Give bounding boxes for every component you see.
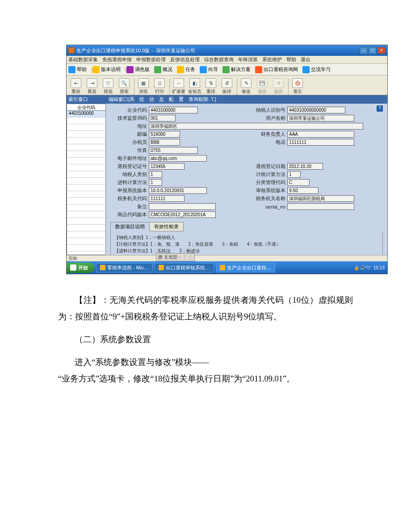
refund-reg-no-field[interactable] [149,163,185,170]
tech-bureau-field[interactable] [149,115,176,121]
remark-field[interactable] [149,203,216,210]
label: 商品代码版本 [110,211,149,218]
product-code-ver-field[interactable] [149,211,216,218]
finance-person-field[interactable] [287,131,354,138]
start-button[interactable]: 开始 [67,263,94,273]
word-icon [100,265,105,270]
expand-button[interactable]: ↔扩展窗 [171,78,186,95]
maximize-button[interactable]: □ [369,47,377,54]
tax-clerk-field[interactable] [149,139,180,146]
exit-button[interactable]: ⏻退出 [290,78,305,95]
phone-field[interactable] [287,139,354,146]
label: 邮编 [110,131,149,138]
serial-no-field[interactable] [287,203,354,210]
toolbar-version-button[interactable]: 版本说明 [92,66,121,73]
help-icon[interactable]: ? [377,105,383,112]
browse-button[interactable]: ▦浏览 [136,78,151,95]
menu-item[interactable]: 综合数据查询 [204,56,234,63]
edit-button[interactable]: ✎修改 [239,78,254,95]
menu-item[interactable]: 反馈信息处理 [170,56,200,63]
tab-data-desc[interactable]: 数据项目说明 [110,222,150,231]
note-paragraph: 【注】：无海关代码的零税率应税服务提供者海关代码（10位）虚拟规则为：按照首位“… [58,292,353,325]
overview-icon [154,66,161,73]
save-button[interactable]: 💾保存 [255,78,270,95]
menu-item[interactable]: 基础数据采集 [68,56,98,63]
taskbar-item[interactable]: 零税率流程 - Mic… [96,263,153,272]
toolbar-palette-button[interactable]: 调色版 [126,66,150,73]
sidebar-row-selected[interactable]: 4403100000 [67,111,106,117]
search-button[interactable]: 🔍搜索 [117,78,132,95]
tray-icon[interactable]: 🛡 [366,265,371,270]
search-icon: 🔍 [119,78,130,88]
toolbar-task-button[interactable]: 任务 [177,66,195,73]
allstate-button[interactable]: ◧全状态 [187,78,202,95]
first-button[interactable]: ⇤最前 [68,78,84,95]
label: 申报系统版本 [110,187,149,194]
taskbar-item[interactable]: 出口退税审核系统… [155,263,214,272]
address-field[interactable] [149,123,363,130]
browse-icon: ▦ [138,78,149,88]
system-tray[interactable]: 🔒 🔊 🛡 15:13 [350,265,387,270]
minimize-button[interactable]: – [360,47,368,54]
label: 退税登记日期 [185,163,287,170]
sidebar-header: 索引窗口 [67,95,106,104]
body-paragraph: “业务方式”选项卡，修改“18位报关单执行日期”为“2011.09.01”。 [58,371,353,387]
solution-icon [222,66,230,73]
enterprise-code-field[interactable] [149,107,198,113]
menu-item[interactable]: 免抵退税申报 [102,56,132,63]
calc-method-field[interactable] [287,171,301,178]
label: 纳税人类别 [110,171,149,178]
toolbar-net-button[interactable]: 出口退税咨询网 [255,66,298,73]
document-body: 【注】：无海关代码的零税率应税服务提供者海关代码（10位）虚拟规则为：按照首位“… [58,292,353,387]
declare-ver-field[interactable] [149,187,207,194]
label: 税务机关代码 [110,195,149,202]
class-code-field[interactable] [287,179,310,186]
filter-icon: ▽ [103,78,113,88]
menu-item[interactable]: 系统维护 [262,56,282,63]
audit-ver-field[interactable] [287,187,319,194]
taskbar-item[interactable]: 生产企业出口退税… [216,263,275,272]
toolbar-overview-button[interactable]: 概况 [154,66,172,73]
status-bar: 完毕 [67,255,387,261]
tax-org-name-field[interactable] [287,195,354,202]
close-button[interactable]: × [377,47,386,54]
print-button[interactable]: ⎙打印 [152,78,167,95]
toolbar-learn-button[interactable]: 交流学习 [302,66,331,73]
window-title: 生产企业出口退税申报系统10.0版 -- 深圳市某运输公司 [76,47,195,54]
discard-button[interactable]: ↺放弃 [271,78,286,95]
refund-reg-date-field[interactable] [287,163,323,170]
menu-item[interactable]: 帮助 [286,56,296,63]
app-icon [159,265,164,270]
label: 财务负责人 [180,131,287,138]
user-name-field[interactable] [287,115,354,121]
note-line: 【计税计算方法】1：免、抵、退 2：先征后退 3：免税 4：免抵（不退） [114,241,379,247]
toolbar-guide-button[interactable]: 向导 [200,66,218,73]
toolbar-solution-button[interactable]: 解决方案 [222,66,251,73]
section-heading: （二）系统参数设置 [58,331,353,348]
tray-icon[interactable]: 🔊 [360,265,365,270]
zip-field[interactable] [149,131,180,138]
menu-item[interactable]: 退出 [301,56,310,63]
last-button[interactable]: ⇥最后 [84,78,100,95]
tax-org-code-field[interactable] [149,195,185,202]
help-icon [68,66,75,73]
vsort-button[interactable]: ⇵纵排 [219,78,235,95]
doc-icon [92,66,100,73]
import-calc-field[interactable] [149,179,162,186]
discard-icon: ↺ [273,78,284,88]
taxpayer-id-field[interactable] [287,107,345,113]
menu-item[interactable]: 申报数据处理 [136,56,166,63]
tab-validity[interactable]: 有效性检查 [149,222,184,231]
expand-icon: ↔ [173,78,184,88]
tray-icon[interactable]: 🔒 [354,265,359,270]
menu-item[interactable]: 年终清算 [238,56,258,63]
toolbar-help-button[interactable]: 帮助 [68,66,87,73]
sidebar-column-header[interactable]: 企业代码 [67,104,106,111]
fax-field[interactable] [149,147,198,154]
windows-icon [70,264,76,271]
email-field[interactable] [149,155,207,162]
taxpayer-type-field[interactable] [149,171,162,178]
filter-button[interactable]: ▽筛选 [101,78,116,95]
rearrange-button[interactable]: ⇅重排 [203,78,218,95]
ime-bar[interactable]: 囲 五笔型 ·· ⋮ ⋮ [156,253,195,261]
